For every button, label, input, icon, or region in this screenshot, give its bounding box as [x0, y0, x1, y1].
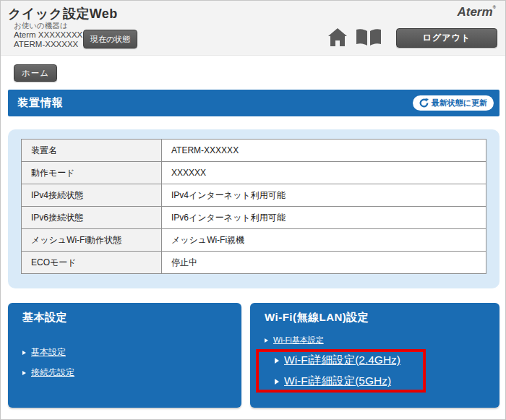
table-row: メッシュWi-Fi動作状態 メッシュWi-Fi親機	[22, 229, 486, 252]
refresh-button-label: 最新状態に更新	[432, 98, 487, 108]
link-basic-settings[interactable]: 基本設定	[22, 346, 74, 359]
refresh-status-button[interactable]: 最新状態に更新	[413, 95, 494, 111]
table-row: 動作モード XXXXXX	[22, 162, 486, 184]
header: クイック設定Web お使いの機器は Aterm XXXXXXXX ATERM-X…	[1, 1, 505, 56]
link-label: 基本設定	[31, 346, 66, 359]
row-value: XXXXXX	[162, 162, 486, 184]
row-label: ECOモード	[22, 252, 162, 274]
app-title: クイック設定Web	[8, 5, 118, 22]
link-wifi-detail-24ghz[interactable]: Wi-Fi詳細設定(2.4GHz)	[275, 353, 423, 368]
manual-book-icon[interactable]	[355, 29, 382, 46]
quick-settings-page: クイック設定Web お使いの機器は Aterm XXXXXXXX ATERM-X…	[0, 0, 506, 420]
table-row: ECOモード 停止中	[22, 252, 486, 274]
link-label: Wi-Fi基本設定	[273, 335, 324, 346]
row-value: IPv4インターネット利用可能	[162, 184, 486, 207]
device-info-section-bar: 装置情報 最新状態に更新	[8, 90, 499, 116]
link-connection-settings[interactable]: 接続先設定	[22, 367, 74, 379]
highlight-red-box: Wi-Fi詳細設定(2.4GHz) Wi-Fi詳細設定(5GHz)	[256, 349, 426, 393]
link-label: Wi-Fi詳細設定(2.4GHz)	[284, 353, 400, 368]
row-label: IPv6接続状態	[22, 207, 162, 229]
refresh-icon	[419, 98, 429, 108]
wifi-settings-title: Wi-Fi(無線LAN)設定	[265, 311, 369, 325]
current-status-button[interactable]: 現在の状態	[83, 30, 137, 48]
section-title: 装置情報	[17, 96, 64, 110]
triangle-bullet-icon	[22, 351, 26, 355]
device-model-line2: ATERM-XXXXXX	[14, 40, 82, 49]
link-label: Wi-Fi詳細設定(5GHz)	[284, 374, 391, 389]
device-intro-text: お使いの機器は	[14, 21, 82, 30]
device-info-panel: 装置名 ATERM-XXXXXX 動作モード XXXXXX IPv4接続状態 I…	[8, 129, 499, 288]
device-model-line1: Aterm XXXXXXXX	[14, 30, 82, 40]
row-value: IPv6インターネット利用可能	[162, 207, 486, 229]
basic-settings-panel: 基本設定 基本設定 接続先設定	[8, 303, 241, 408]
row-value: ATERM-XXXXXX	[162, 140, 486, 162]
basic-settings-links: 基本設定 接続先設定	[22, 346, 74, 379]
wifi-settings-panel: Wi-Fi(無線LAN)設定 Wi-Fi基本設定 Wi-Fi詳細設定(2.4GH…	[250, 303, 499, 408]
home-button[interactable]: ホーム	[14, 64, 57, 82]
link-wifi-basic-settings[interactable]: Wi-Fi基本設定	[265, 335, 324, 346]
table-row: IPv4接続状態 IPv4インターネット利用可能	[22, 184, 486, 207]
link-wifi-detail-5ghz[interactable]: Wi-Fi詳細設定(5GHz)	[275, 374, 423, 389]
row-label: IPv4接続状態	[22, 184, 162, 207]
triangle-bullet-icon	[265, 338, 268, 343]
row-label: 動作モード	[22, 162, 162, 184]
row-label: 装置名	[22, 140, 162, 162]
aterm-logo: Aterm®	[457, 5, 496, 20]
home-icon[interactable]	[327, 28, 348, 46]
row-value: メッシュWi-Fi親機	[162, 229, 486, 252]
basic-settings-title: 基本設定	[22, 311, 67, 325]
logout-button[interactable]: ログアウト	[396, 28, 497, 48]
row-value: 停止中	[162, 252, 486, 274]
triangle-bullet-icon	[275, 379, 279, 385]
device-info-table: 装置名 ATERM-XXXXXX 動作モード XXXXXX IPv4接続状態 I…	[21, 139, 486, 274]
triangle-bullet-icon	[22, 371, 26, 375]
table-row: IPv6接続状態 IPv6インターネット利用可能	[22, 207, 486, 229]
triangle-bullet-icon	[275, 358, 279, 364]
registered-mark: ®	[493, 5, 496, 9]
table-row: 装置名 ATERM-XXXXXX	[22, 140, 486, 162]
row-label: メッシュWi-Fi動作状態	[22, 229, 162, 252]
link-label: 接続先設定	[31, 367, 74, 379]
device-info-block: お使いの機器は Aterm XXXXXXXX ATERM-XXXXXX	[14, 21, 82, 49]
